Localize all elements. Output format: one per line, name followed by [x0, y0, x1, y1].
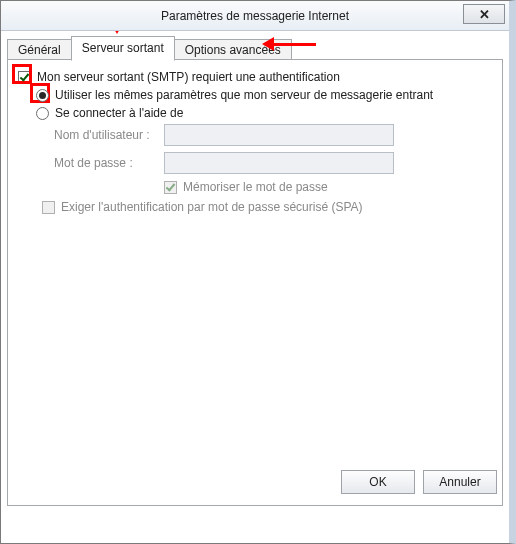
label-same-settings: Utiliser les mêmes paramètres que mon se…	[55, 88, 433, 102]
dialog-body: Général Serveur sortant Options avancées…	[1, 31, 509, 506]
label-logon-using: Se connecter à l'aide de	[55, 106, 183, 120]
cancel-button[interactable]: Annuler	[423, 470, 497, 494]
tab-strip: Général Serveur sortant Options avancées	[7, 37, 503, 60]
annotation-arrow-left	[262, 37, 316, 51]
checkbox-require-spa[interactable]	[42, 201, 55, 214]
close-icon: ✕	[479, 7, 490, 22]
label-password: Mot de passe :	[54, 156, 164, 170]
tab-outgoing-server[interactable]: Serveur sortant	[71, 36, 175, 61]
input-username[interactable]	[164, 124, 394, 146]
tab-general-label: Général	[18, 43, 61, 57]
check-icon	[166, 183, 175, 192]
cancel-button-label: Annuler	[439, 475, 480, 489]
titlebar: Paramètres de messagerie Internet ✕	[1, 1, 509, 31]
input-password[interactable]	[164, 152, 394, 174]
checkbox-smtp-auth[interactable]	[18, 71, 31, 84]
label-remember-password: Mémoriser le mot de passe	[183, 180, 328, 194]
window-internet-email-settings: Paramètres de messagerie Internet ✕ Géné…	[0, 0, 516, 544]
label-username: Nom d'utilisateur :	[54, 128, 164, 142]
radio-same-settings[interactable]	[36, 89, 49, 102]
label-require-spa: Exiger l'authentification par mot de pas…	[61, 200, 363, 214]
row-same-settings: Utiliser les mêmes paramètres que mon se…	[36, 88, 492, 102]
row-logon-using: Se connecter à l'aide de	[36, 106, 492, 120]
ok-button[interactable]: OK	[341, 470, 415, 494]
radio-logon-using[interactable]	[36, 107, 49, 120]
tab-panel-outgoing: Mon serveur sortant (SMTP) requiert une …	[7, 60, 503, 506]
window-title: Paramètres de messagerie Internet	[161, 9, 349, 23]
tab-outgoing-label: Serveur sortant	[82, 41, 164, 55]
checkbox-remember-password[interactable]	[164, 181, 177, 194]
check-icon	[20, 73, 29, 82]
dialog-footer: OK Annuler	[341, 470, 497, 494]
tab-general[interactable]: Général	[7, 39, 72, 61]
ok-button-label: OK	[369, 475, 386, 489]
row-smtp-auth: Mon serveur sortant (SMTP) requiert une …	[18, 70, 492, 84]
label-smtp-auth: Mon serveur sortant (SMTP) requiert une …	[37, 70, 340, 84]
logon-form: Nom d'utilisateur : Mot de passe : Mémor…	[54, 124, 492, 214]
close-button[interactable]: ✕	[463, 4, 505, 24]
